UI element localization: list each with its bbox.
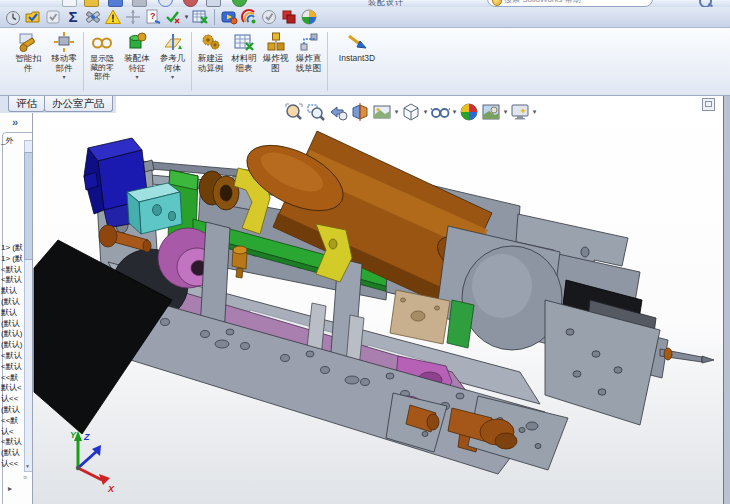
previous-view-icon[interactable]	[328, 102, 348, 122]
feature-tree-fragments: 1> (默 1> (默 <默认 <默认 默认 (默认 默认 (默认 (默认) (…	[1, 243, 23, 470]
section-view-icon[interactable]	[350, 102, 370, 122]
assembly-root-fragment[interactable]: _外	[1, 135, 13, 146]
tree-item-fragment[interactable]: <默认	[1, 265, 23, 276]
selection-box-icon[interactable]	[206, 0, 221, 7]
toolbar-separator	[214, 9, 215, 25]
tab-office-products[interactable]: 办公室产品	[44, 96, 113, 112]
new-motion-study-button[interactable]: 新建运 动算例	[193, 28, 228, 95]
performance-evaluation-icon[interactable]	[191, 8, 209, 26]
edit-appearance-icon[interactable]	[459, 102, 479, 122]
tree-item-fragment[interactable]: <<默	[1, 373, 23, 384]
display-style-dropdown[interactable]: ▾	[422, 108, 429, 116]
simulation-icon[interactable]	[240, 8, 258, 26]
print-icon[interactable]	[132, 0, 147, 7]
apply-scene-icon[interactable]	[481, 102, 501, 122]
dropdown-icon[interactable]: ▾	[183, 13, 190, 21]
solidworks-window: 装配设计 搜索 SolidWorks 帮助 Σ ? ▾ 零 …	[0, 0, 730, 504]
viewport-window-icon[interactable]	[702, 98, 715, 111]
assembly-features-button[interactable]: 装配体 特征 ▾	[119, 28, 155, 95]
tree-scrollbar-thumb[interactable]	[24, 152, 33, 260]
simulationxpress-icon[interactable]	[260, 8, 278, 26]
panel-resize-grip[interactable]: ≡	[23, 474, 27, 481]
show-hidden-components-button[interactable]: 显示隐 藏的零 部件	[85, 28, 119, 95]
hide-show-items-icon[interactable]	[430, 102, 450, 122]
tree-item-fragment[interactable]: (默认	[1, 297, 23, 308]
task-pane-edge[interactable]	[723, 96, 730, 504]
align-icon[interactable]	[124, 8, 142, 26]
tab-evaluate[interactable]: 评估	[8, 96, 45, 112]
tree-item-fragment[interactable]: <<默	[1, 416, 23, 427]
tree-item-fragment[interactable]: 默认<	[1, 383, 23, 394]
check-entity-icon[interactable]	[164, 8, 182, 26]
tree-item-fragment[interactable]: <默认	[1, 362, 23, 373]
equations-icon[interactable]: Σ	[64, 8, 82, 26]
heads-up-view-toolbar: ▾ ▾ ▾ ▾ ▾	[283, 102, 538, 122]
view-orientation-dropdown[interactable]: ▾	[393, 108, 400, 116]
new-motion-study-icon	[200, 31, 222, 53]
tree-item-fragment[interactable]: (默认)	[1, 340, 23, 351]
graphics-viewport[interactable]: Z Y X	[32, 96, 723, 504]
bill-of-materials-button[interactable]: 材料明 细表	[228, 28, 260, 95]
zoom-to-fit-icon[interactable]	[284, 102, 304, 122]
tree-item-fragment[interactable]: 1> (默	[1, 243, 23, 254]
tree-item-fragment[interactable]: 认<<	[1, 394, 23, 405]
view-orientation-icon[interactable]	[372, 102, 392, 122]
sustainability-icon[interactable]	[300, 8, 318, 26]
undo-icon[interactable]	[158, 0, 173, 7]
tree-item-fragment[interactable]: <默认	[1, 437, 23, 448]
tree-item-fragment[interactable]: 默认	[1, 308, 23, 319]
show-hidden-components-icon	[91, 31, 113, 53]
smart-fasteners-button[interactable]: 智能扣 件	[10, 28, 46, 95]
interference-detection-icon[interactable]	[84, 8, 102, 26]
view-settings-icon[interactable]	[510, 102, 530, 122]
reference-geometry-button[interactable]: 参考几 何体 ▾	[155, 28, 190, 95]
open-folder-icon[interactable]	[84, 0, 99, 7]
tree-item-fragment[interactable]: (默认	[1, 448, 23, 459]
evaluate-toolbar: Σ ? ▾	[0, 7, 730, 28]
command-manager-ribbon: 零 … 智能扣 件 移动零 部件 ▾ 显示隐 藏的零 部件 装配体 特征 ▾ 参…	[0, 28, 730, 96]
svg-text:?: ?	[150, 11, 156, 21]
rebuild-icon[interactable]	[183, 0, 198, 7]
move-component-button[interactable]: 移动零 部件 ▾	[46, 28, 82, 95]
tree-item-fragment[interactable]: (默认	[1, 319, 23, 330]
assembly-features-icon	[126, 31, 148, 53]
explode-line-sketch-icon	[298, 31, 320, 53]
search-input[interactable]: 搜索 SolidWorks 帮助	[487, 0, 653, 7]
feature-manager-panel: » _外 ▲ ▼ 1> (默 1> (默 <默认 <默认 默认 (默认 默认 (…	[0, 96, 33, 504]
triad-y-label: Y	[70, 430, 77, 440]
tree-item-fragment[interactable]: (默认)	[1, 329, 23, 340]
hide-show-items-dropdown[interactable]: ▾	[451, 108, 458, 116]
tree-item-fragment[interactable]: 默认	[1, 286, 23, 297]
splitter-arrow-icon[interactable]: ▸	[8, 484, 12, 493]
exploded-view-button[interactable]: 爆炸视 图	[260, 28, 291, 95]
move-component-icon	[53, 31, 75, 53]
design-checker-icon[interactable]	[24, 8, 42, 26]
tree-item-fragment[interactable]: 认<	[1, 427, 23, 438]
tree-item-fragment[interactable]: <默认	[1, 275, 23, 286]
ribbon-separator	[191, 32, 192, 91]
schedule-icon[interactable]	[4, 8, 22, 26]
tree-item-fragment[interactable]: <默认	[1, 351, 23, 362]
new-file-icon[interactable]	[62, 0, 77, 7]
checked-box-icon[interactable]	[44, 8, 62, 26]
save-icon[interactable]	[108, 0, 123, 7]
tree-item-fragment[interactable]: (默认	[1, 405, 23, 416]
floxpress-icon[interactable]	[280, 8, 298, 26]
expand-panel-chevron[interactable]: »	[12, 116, 18, 128]
zoom-to-area-icon[interactable]	[306, 102, 326, 122]
display-style-icon[interactable]	[401, 102, 421, 122]
exploded-view-icon	[265, 31, 287, 53]
apply-scene-dropdown[interactable]: ▾	[502, 108, 509, 116]
insert-components-button-clipped[interactable]: 零 …	[0, 31, 8, 76]
explode-line-sketch-button[interactable]: 爆炸直 线草图	[291, 28, 326, 95]
scroll-down-arrow[interactable]: ▼	[24, 462, 31, 470]
model-canvas: Z Y X	[32, 96, 723, 504]
tree-item-fragment[interactable]: 1> (默	[1, 254, 23, 265]
view-settings-dropdown[interactable]: ▾	[531, 108, 538, 116]
motion-study-icon[interactable]	[220, 8, 238, 26]
instant3d-button[interactable]: Instant3D	[329, 28, 385, 95]
options-gear-icon[interactable]	[232, 0, 247, 7]
tree-item-fragment[interactable]: 认<<	[1, 459, 23, 470]
compare-document-icon[interactable]: ?	[144, 8, 162, 26]
warning-icon[interactable]	[104, 8, 122, 26]
